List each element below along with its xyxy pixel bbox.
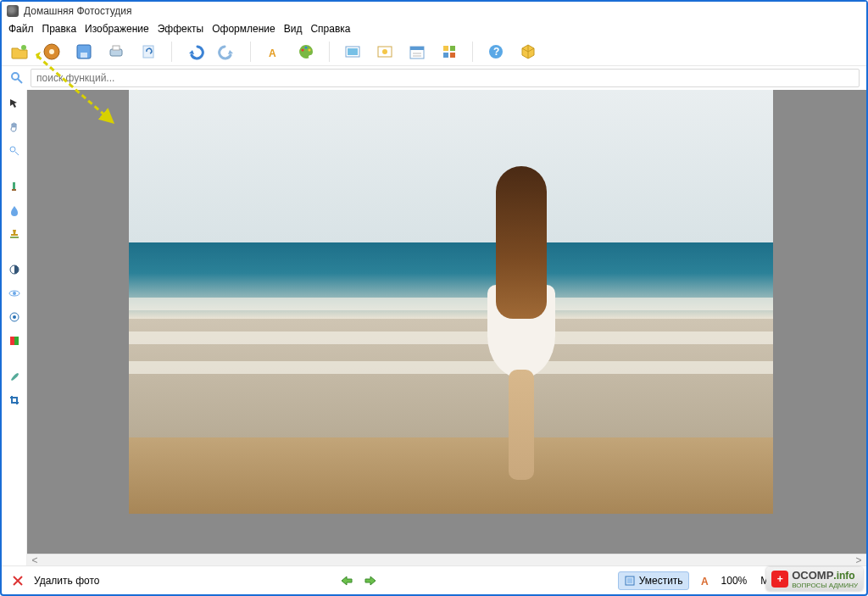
frame-sun-button[interactable] <box>374 41 396 63</box>
horizontal-scrollbar[interactable]: < > <box>27 554 866 565</box>
zoom-tool[interactable] <box>6 142 23 159</box>
menu-help[interactable]: Справка <box>310 23 350 35</box>
crop-tool[interactable] <box>6 392 23 409</box>
palette-button[interactable] <box>295 41 317 63</box>
svg-rect-21 <box>450 46 455 51</box>
drop-tool[interactable] <box>6 202 23 219</box>
frame-button[interactable] <box>342 41 364 63</box>
crop-icon <box>8 394 20 406</box>
undo-icon <box>186 43 204 60</box>
menu-edit[interactable]: Правка <box>42 23 77 35</box>
watermark-brand: OCOMP <box>792 569 833 582</box>
statusbar: Удалить фото Уместить A 100% Масштаб: 56… <box>2 565 866 594</box>
menu-image[interactable]: Изображение <box>85 23 149 35</box>
canvas-area[interactable] <box>27 90 866 554</box>
photo-canvas[interactable] <box>129 90 773 514</box>
magnifier-icon <box>8 145 20 157</box>
svg-rect-30 <box>13 182 15 189</box>
svg-rect-4 <box>81 53 87 58</box>
redeye-tool[interactable] <box>6 285 23 302</box>
arrow-left-icon <box>338 575 353 587</box>
watermark: + OCOMP.info ВОПРОСЫ АДМИНУ <box>766 567 863 591</box>
search-input[interactable] <box>31 69 860 87</box>
delete-photo-button[interactable] <box>8 571 27 590</box>
help-icon: ? <box>487 43 504 60</box>
menu-view[interactable]: Вид <box>284 23 303 35</box>
svg-line-29 <box>15 152 19 155</box>
save-button[interactable] <box>73 41 95 63</box>
swatch-icon <box>8 335 20 347</box>
next-button[interactable] <box>362 571 381 590</box>
undo-button[interactable] <box>184 41 206 63</box>
delete-photo-label: Удалить фото <box>34 575 99 587</box>
svg-rect-20 <box>443 46 448 51</box>
mosaic-icon <box>441 43 458 60</box>
svg-rect-41 <box>627 578 632 583</box>
open-button[interactable] <box>8 41 31 63</box>
calendar-icon <box>409 43 426 60</box>
svg-rect-6 <box>113 46 120 50</box>
search-button[interactable] <box>8 70 25 86</box>
toolbar-separator <box>250 42 251 62</box>
arrow-right-icon <box>364 575 379 587</box>
svg-line-27 <box>18 79 22 83</box>
svg-rect-13 <box>348 48 358 55</box>
swatch-tool[interactable] <box>6 332 23 349</box>
app-icon <box>7 5 19 17</box>
rotate-button[interactable] <box>137 41 159 63</box>
pointer-icon <box>8 97 20 109</box>
text-a-icon: A <box>699 575 711 587</box>
watermark-subline: ВОПРОСЫ АДМИНУ <box>792 582 858 589</box>
calendar-button[interactable] <box>406 41 428 63</box>
print-button[interactable] <box>105 41 127 63</box>
menu-effects[interactable]: Эффекты <box>158 23 204 35</box>
svg-rect-17 <box>410 47 424 50</box>
zoom-100-label: 100% <box>721 575 748 587</box>
pointer-tool[interactable] <box>6 95 23 112</box>
window-title: Домашняя Фотостудия <box>24 5 131 17</box>
svg-point-28 <box>10 147 15 152</box>
scroll-right-icon[interactable]: > <box>853 554 865 566</box>
target-tool[interactable] <box>6 309 23 326</box>
eye-icon <box>8 287 20 299</box>
svg-rect-38 <box>10 337 14 345</box>
stamp-tool[interactable] <box>6 226 23 242</box>
stamp-icon <box>8 228 20 240</box>
color-wheel-icon <box>43 43 60 60</box>
hand-tool[interactable] <box>6 119 23 136</box>
svg-point-11 <box>309 48 311 51</box>
mosaic-button[interactable] <box>438 41 460 63</box>
brush-tool[interactable] <box>6 368 23 385</box>
eyedropper-tool[interactable] <box>6 178 23 195</box>
box-button[interactable] <box>517 41 539 63</box>
help-button[interactable]: ? <box>485 41 507 63</box>
rotate-page-icon <box>140 43 157 60</box>
toolbar-separator <box>171 42 172 62</box>
svg-point-37 <box>13 315 16 319</box>
eyedropper-icon <box>8 181 20 192</box>
svg-point-9 <box>302 48 304 51</box>
box-icon <box>520 43 537 60</box>
delete-icon <box>12 575 24 587</box>
redo-button[interactable] <box>216 41 238 63</box>
toolbar-separator <box>472 42 473 62</box>
menu-file[interactable]: Файл <box>8 23 34 35</box>
svg-rect-32 <box>10 237 19 238</box>
menu-decor[interactable]: Оформление <box>212 23 275 35</box>
fit-button[interactable]: Уместить <box>618 571 689 590</box>
text-button[interactable]: A <box>263 41 285 63</box>
contrast-tool[interactable] <box>6 261 23 278</box>
drop-icon <box>8 204 20 216</box>
search-icon <box>10 71 24 85</box>
svg-rect-22 <box>443 53 448 58</box>
svg-rect-31 <box>12 189 16 191</box>
svg-point-35 <box>13 292 16 295</box>
scroll-left-icon[interactable]: < <box>29 554 41 566</box>
fit-label: Уместить <box>639 575 683 587</box>
tool-sidebar <box>2 90 27 565</box>
search-bar <box>2 66 866 90</box>
photo-image <box>129 90 773 514</box>
effects-button[interactable] <box>41 41 63 63</box>
prev-button[interactable] <box>337 571 355 590</box>
zoom-100-button[interactable]: A <box>696 571 715 590</box>
